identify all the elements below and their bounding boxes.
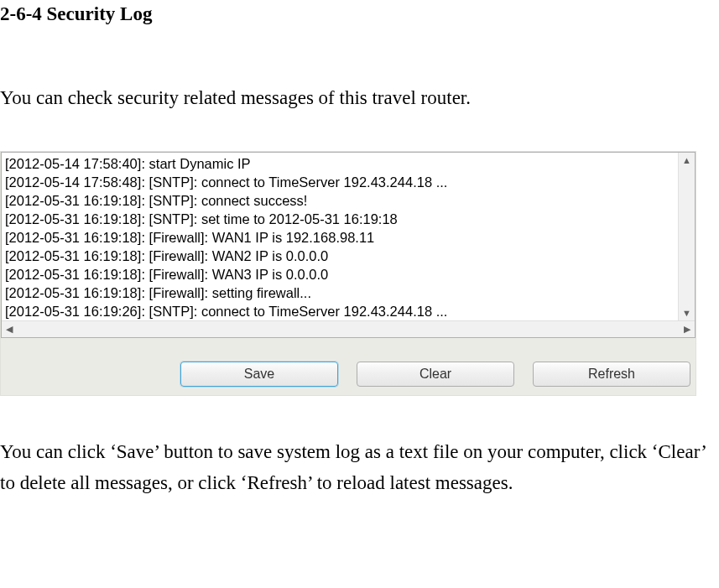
scroll-up-icon[interactable]: ▲ bbox=[680, 153, 695, 168]
clear-button[interactable]: Clear bbox=[357, 362, 514, 387]
intro-paragraph: You can check security related messages … bbox=[0, 87, 719, 109]
log-content-row: [2012-05-14 17:58:40]: start Dynamic IP … bbox=[2, 153, 695, 320]
section-heading: 2-6-4 Security Log bbox=[0, 0, 719, 25]
log-textarea[interactable]: [2012-05-14 17:58:40]: start Dynamic IP … bbox=[2, 153, 678, 320]
vertical-scrollbar[interactable]: ▲ ▼ bbox=[678, 153, 695, 320]
button-row: Save Clear Refresh bbox=[1, 338, 696, 395]
outro-paragraph: You can click ‘Save’ button to save syst… bbox=[0, 436, 719, 498]
log-textarea-wrapper: [2012-05-14 17:58:40]: start Dynamic IP … bbox=[1, 152, 696, 338]
horizontal-scrollbar[interactable]: ◀ ▶ bbox=[2, 320, 695, 337]
security-log-panel: [2012-05-14 17:58:40]: start Dynamic IP … bbox=[0, 151, 696, 396]
scroll-left-icon[interactable]: ◀ bbox=[2, 322, 17, 337]
save-button[interactable]: Save bbox=[180, 362, 338, 387]
refresh-button[interactable]: Refresh bbox=[533, 362, 690, 387]
scroll-right-icon[interactable]: ▶ bbox=[680, 322, 695, 337]
scroll-down-icon[interactable]: ▼ bbox=[680, 305, 695, 320]
